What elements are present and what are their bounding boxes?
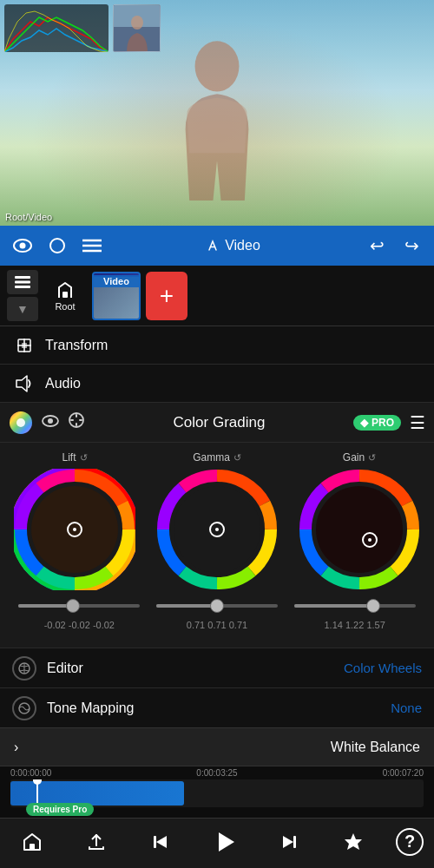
- svg-rect-43: [154, 836, 156, 848]
- share-button[interactable]: [75, 822, 118, 862]
- white-balance-row[interactable]: › White Balance: [0, 727, 434, 766]
- layer-expand-button[interactable]: ▼: [7, 297, 38, 321]
- prev-frame-button[interactable]: [139, 822, 182, 862]
- tone-mapping-value: None: [391, 700, 422, 715]
- visibility-toggle[interactable]: [42, 413, 59, 431]
- timeline-area: 0:00:00:00 0:00:03:25 0:00:07:20 Require…: [0, 766, 434, 818]
- gamma-reset-icon[interactable]: ↺: [233, 452, 241, 464]
- svg-marker-48: [345, 833, 362, 850]
- gain-reset-icon[interactable]: ↺: [368, 452, 376, 464]
- timeline-time-end: 0:00:07:20: [383, 768, 424, 778]
- svg-point-6: [50, 239, 64, 253]
- svg-rect-18: [22, 343, 27, 348]
- svg-point-5: [20, 243, 26, 249]
- video-clip-thumb[interactable]: Video: [92, 272, 141, 320]
- toolbar-title: Video: [225, 238, 260, 253]
- gamma-slider[interactable]: [156, 597, 278, 615]
- svg-rect-12: [15, 281, 30, 284]
- audio-row[interactable]: Audio: [0, 365, 434, 403]
- gamma-wheel-container: Gamma ↺: [150, 451, 285, 590]
- premium-button[interactable]: [332, 822, 375, 862]
- svg-marker-19: [16, 376, 27, 391]
- histogram-overlay: [4, 4, 108, 52]
- wheels-row: Lift ↺: [3, 451, 431, 590]
- svg-rect-14: [62, 292, 68, 298]
- root-video-label: Root/Video: [5, 212, 52, 222]
- layer-bar: ▼ Root Video +: [0, 266, 434, 326]
- top-toolbar: Video ↩ ↪: [0, 226, 434, 266]
- white-balance-arrow: ›: [14, 740, 18, 755]
- sliders-row: [3, 594, 431, 618]
- root-button[interactable]: Root: [43, 272, 87, 320]
- requires-pro-badge[interactable]: Requires Pro: [26, 803, 94, 816]
- lift-slider[interactable]: [18, 597, 140, 615]
- layer-list-button[interactable]: [7, 270, 38, 294]
- help-button[interactable]: ?: [396, 828, 424, 856]
- gamma-wheel[interactable]: [156, 469, 278, 590]
- video-preview: Root/Video: [0, 0, 434, 226]
- color-grading-menu[interactable]: ☰: [410, 412, 425, 433]
- pro-badge: ◆ PRO: [353, 415, 401, 431]
- gamma-label: Gamma ↺: [193, 451, 241, 464]
- video-thumbnail: [113, 4, 161, 52]
- circle-toolbar-icon[interactable]: [42, 230, 73, 261]
- svg-rect-42: [30, 844, 35, 850]
- editor-icon: [12, 656, 36, 681]
- timeline-time-start: 0:00:00:00: [10, 768, 51, 778]
- eye-toolbar-icon[interactable]: [7, 230, 38, 261]
- bottom-nav: ?: [0, 818, 434, 865]
- editor-label: Editor: [47, 661, 344, 676]
- svg-rect-46: [293, 836, 296, 848]
- svg-point-32: [73, 528, 76, 531]
- root-label: Root: [55, 301, 75, 312]
- undo-button[interactable]: ↩: [361, 230, 392, 261]
- tone-mapping-row[interactable]: Tone Mapping None: [0, 687, 434, 727]
- svg-point-21: [16, 418, 25, 427]
- timeline-header: 0:00:00:00 0:00:03:25 0:00:07:20: [0, 766, 434, 779]
- pro-label: PRO: [372, 417, 394, 429]
- gain-slider[interactable]: [294, 597, 416, 615]
- gain-wheel[interactable]: [299, 469, 420, 590]
- video-clip-label: Video: [94, 275, 139, 287]
- gain-wheel-container: Gain ↺: [293, 451, 427, 590]
- lift-wheel-container: Lift ↺: [8, 451, 142, 590]
- tone-mapping-label: Tone Mapping: [47, 700, 391, 716]
- lift-wheel[interactable]: [14, 469, 135, 590]
- next-frame-button[interactable]: [267, 822, 311, 862]
- tone-mapping-icon: [12, 696, 36, 720]
- audio-label: Audio: [45, 376, 81, 391]
- menu-toolbar-icon[interactable]: [76, 230, 108, 261]
- values-row: -0.02 -0.02 -0.02 0.71 0.71 0.71 1.14 1.…: [3, 618, 431, 639]
- editor-row[interactable]: Editor Color Wheels: [0, 648, 434, 687]
- play-button[interactable]: [203, 822, 247, 862]
- transform-row[interactable]: Transform: [0, 326, 434, 365]
- transform-label: Transform: [45, 338, 108, 353]
- svg-marker-47: [283, 836, 293, 848]
- gamma-values: 0.71 0.71 0.71: [156, 620, 278, 630]
- svg-point-36: [316, 486, 403, 573]
- redo-button[interactable]: ↪: [396, 230, 427, 261]
- color-wheels-area: Lift ↺: [0, 443, 434, 648]
- add-clip-button[interactable]: +: [146, 272, 187, 320]
- audio-icon: [14, 374, 35, 393]
- svg-marker-45: [219, 832, 234, 852]
- svg-rect-13: [15, 286, 30, 288]
- lift-reset-icon[interactable]: ↺: [80, 452, 88, 464]
- svg-point-23: [48, 418, 53, 424]
- color-grading-title: Color Grading: [94, 414, 345, 431]
- lift-values: -0.02 -0.02 -0.02: [18, 620, 140, 630]
- color-grading-icon: [9, 411, 33, 435]
- person-silhouette: [165, 35, 269, 208]
- lift-label: Lift ↺: [62, 451, 87, 464]
- transform-icon: [14, 337, 35, 354]
- white-balance-label: White Balance: [331, 740, 420, 755]
- svg-point-3: [131, 16, 143, 30]
- timeline-time-mid: 0:00:03:25: [196, 768, 237, 778]
- settings-icon[interactable]: [68, 411, 85, 433]
- svg-point-35: [215, 528, 219, 531]
- pro-diamond-icon: ◆: [360, 417, 368, 429]
- home-button[interactable]: [10, 822, 54, 862]
- svg-marker-44: [156, 836, 167, 848]
- title-row: Video: [111, 238, 358, 253]
- svg-point-0: [195, 41, 240, 91]
